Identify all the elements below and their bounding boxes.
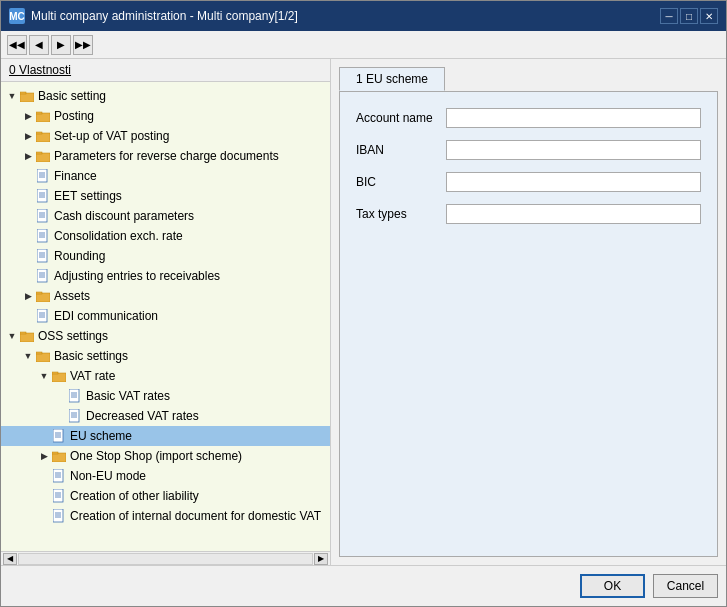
doc-icon xyxy=(35,309,51,323)
nav-prev-button[interactable]: ◀ xyxy=(29,35,49,55)
svg-rect-34 xyxy=(37,309,47,322)
input-account-name[interactable] xyxy=(446,108,701,128)
tree-item-adjusting[interactable]: Adjusting entries to receivables xyxy=(1,266,330,286)
tree-item-eu-scheme[interactable]: EU scheme xyxy=(1,426,330,446)
tree-label-basic-vat: Basic VAT rates xyxy=(86,389,170,403)
svg-rect-0 xyxy=(20,93,34,102)
horizontal-scrollbar[interactable]: ◀ ▶ xyxy=(1,551,330,565)
nav-first-button[interactable]: ◀◀ xyxy=(7,35,27,55)
tree-item-posting[interactable]: ▶Posting xyxy=(1,106,330,126)
nav-play-button[interactable]: ▶ xyxy=(51,35,71,55)
folder-icon xyxy=(51,369,67,383)
input-bic[interactable] xyxy=(446,172,701,192)
main-area: 0 Vlastnosti ▼Basic setting▶Posting▶Set-… xyxy=(1,59,726,565)
label-iban: IBAN xyxy=(356,143,446,157)
tree-item-rounding[interactable]: Rounding xyxy=(1,246,330,266)
right-panel: 1 EU scheme Account nameIBANBICTax types xyxy=(331,59,726,565)
folder-icon xyxy=(51,449,67,463)
input-iban[interactable] xyxy=(446,140,701,160)
cancel-button[interactable]: Cancel xyxy=(653,574,718,598)
tree-item-basic-settings[interactable]: ▼Basic settings xyxy=(1,346,330,366)
tree-label-one-stop-shop: One Stop Shop (import scheme) xyxy=(70,449,242,463)
tree-toggle-oss-settings[interactable]: ▼ xyxy=(5,329,19,343)
label-account-name: Account name xyxy=(356,111,446,125)
tree-toggle-other-liability xyxy=(37,489,51,503)
tree-label-eu-scheme: EU scheme xyxy=(70,429,132,443)
tree-toggle-edi xyxy=(21,309,35,323)
tree-item-basic-setting[interactable]: ▼Basic setting xyxy=(1,86,330,106)
tree-item-decreased-vat[interactable]: Decreased VAT rates xyxy=(1,406,330,426)
tree-label-eet: EET settings xyxy=(54,189,122,203)
tree-label-adjusting: Adjusting entries to receivables xyxy=(54,269,220,283)
scroll-left-arrow[interactable]: ◀ xyxy=(3,553,17,565)
tree-item-other-liability[interactable]: Creation of other liability xyxy=(1,486,330,506)
tree-item-one-stop-shop[interactable]: ▶One Stop Shop (import scheme) xyxy=(1,446,330,466)
tree-toggle-consolidation xyxy=(21,229,35,243)
folder-icon xyxy=(35,149,51,163)
scroll-right-arrow[interactable]: ▶ xyxy=(314,553,328,565)
tree-item-vat-posting[interactable]: ▶Set-up of VAT posting xyxy=(1,126,330,146)
tree-item-non-eu[interactable]: Non-EU mode xyxy=(1,466,330,486)
tree-label-consolidation: Consolidation exch. rate xyxy=(54,229,183,243)
tree-item-vat-rate[interactable]: ▼VAT rate xyxy=(1,366,330,386)
tree-toggle-vat-posting[interactable]: ▶ xyxy=(21,129,35,143)
tree-item-oss-settings[interactable]: ▼OSS settings xyxy=(1,326,330,346)
nav-last-button[interactable]: ▶▶ xyxy=(73,35,93,55)
tree-toggle-internal-doc xyxy=(37,509,51,523)
svg-rect-5 xyxy=(36,132,42,134)
close-button[interactable]: ✕ xyxy=(700,8,718,24)
svg-rect-24 xyxy=(37,249,47,262)
bottom-bar: OK Cancel xyxy=(1,565,726,606)
tree-item-finance[interactable]: Finance xyxy=(1,166,330,186)
ok-button[interactable]: OK xyxy=(580,574,645,598)
maximize-button[interactable]: □ xyxy=(680,8,698,24)
window-controls: ─ □ ✕ xyxy=(660,8,718,24)
eu-scheme-tab[interactable]: 1 EU scheme xyxy=(339,67,445,91)
tree-container[interactable]: ▼Basic setting▶Posting▶Set-up of VAT pos… xyxy=(1,82,330,551)
tree-label-edi: EDI communication xyxy=(54,309,158,323)
svg-rect-57 xyxy=(52,452,58,454)
svg-rect-4 xyxy=(36,133,50,142)
tree-label-vat-posting: Set-up of VAT posting xyxy=(54,129,169,143)
window-title: Multi company administration - Multi com… xyxy=(31,9,654,23)
doc-icon xyxy=(35,189,51,203)
form-row-bic: BIC xyxy=(356,172,701,192)
properties-tab[interactable]: 0 Vlastnosti xyxy=(1,59,330,82)
doc-icon xyxy=(51,509,67,523)
tree-item-cash-discount[interactable]: Cash discount parameters xyxy=(1,206,330,226)
tree-toggle-basic-setting[interactable]: ▼ xyxy=(5,89,19,103)
tree-item-eet[interactable]: EET settings xyxy=(1,186,330,206)
tree-toggle-basic-settings[interactable]: ▼ xyxy=(21,349,35,363)
svg-rect-44 xyxy=(69,389,79,402)
svg-rect-3 xyxy=(36,112,42,114)
minimize-button[interactable]: ─ xyxy=(660,8,678,24)
svg-rect-28 xyxy=(37,269,47,282)
tree-item-assets[interactable]: ▶Assets xyxy=(1,286,330,306)
tree-toggle-vat-rate[interactable]: ▼ xyxy=(37,369,51,383)
tree-item-reverse-charge[interactable]: ▶Parameters for reverse charge documents xyxy=(1,146,330,166)
tree-toggle-one-stop-shop[interactable]: ▶ xyxy=(37,449,51,463)
tree-toggle-reverse-charge[interactable]: ▶ xyxy=(21,149,35,163)
tree-toggle-posting[interactable]: ▶ xyxy=(21,109,35,123)
input-tax-types[interactable] xyxy=(446,204,701,224)
tree-label-non-eu: Non-EU mode xyxy=(70,469,146,483)
tree-label-posting: Posting xyxy=(54,109,94,123)
left-panel: 0 Vlastnosti ▼Basic setting▶Posting▶Set-… xyxy=(1,59,331,565)
tree-item-basic-vat[interactable]: Basic VAT rates xyxy=(1,386,330,406)
tree-label-vat-rate: VAT rate xyxy=(70,369,115,383)
tree-toggle-decreased-vat xyxy=(53,409,67,423)
tree-toggle-assets[interactable]: ▶ xyxy=(21,289,35,303)
tree-item-edi[interactable]: EDI communication xyxy=(1,306,330,326)
scroll-track[interactable] xyxy=(18,553,313,565)
svg-rect-38 xyxy=(20,333,34,342)
svg-rect-6 xyxy=(36,153,50,162)
doc-icon xyxy=(51,429,67,443)
form-row-account-name: Account name xyxy=(356,108,701,128)
tree-label-internal-doc: Creation of internal document for domest… xyxy=(70,509,321,523)
tree-toggle-eet xyxy=(21,189,35,203)
svg-rect-56 xyxy=(52,453,66,462)
tree-item-consolidation[interactable]: Consolidation exch. rate xyxy=(1,226,330,246)
svg-rect-39 xyxy=(20,332,26,334)
tree-item-internal-doc[interactable]: Creation of internal document for domest… xyxy=(1,506,330,526)
doc-icon xyxy=(35,169,51,183)
